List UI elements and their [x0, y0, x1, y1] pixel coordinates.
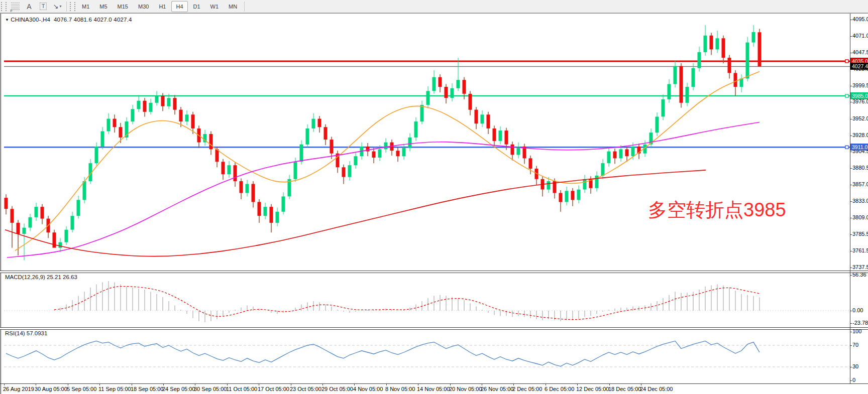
- time-tick-label: 4 Nov 05:00: [353, 386, 383, 392]
- price-tick-label: 3833.0: [852, 198, 868, 204]
- time-tick: [577, 383, 578, 385]
- fibonacci-icon: F: [11, 3, 20, 10]
- time-tick: [546, 383, 546, 385]
- timeframe-button-m15[interactable]: M15: [113, 1, 133, 12]
- timeframe-button-w1[interactable]: W1: [206, 1, 224, 12]
- time-tick: [513, 383, 514, 385]
- timeframe-button-m1[interactable]: M1: [77, 1, 94, 12]
- text-label-tool-button[interactable]: T: [36, 1, 50, 12]
- rsi-tick: [850, 367, 852, 367]
- price-tick: [850, 268, 852, 268]
- time-tick: [386, 383, 387, 385]
- support-line-3911-handle[interactable]: [845, 146, 848, 149]
- time-tick: [609, 383, 610, 385]
- timeframe-button-m30[interactable]: M30: [134, 1, 153, 12]
- ma-mid-magenta[interactable]: [7, 122, 759, 258]
- panel-separator[interactable]: [0, 271, 868, 273]
- price-tick-label: 4095.0: [852, 16, 868, 22]
- symbol-ohlc-label: ▼CHINA300-,H4 4076.7 4081.6 4027.0 4027.…: [5, 17, 132, 23]
- timeframe-button-m5[interactable]: M5: [95, 1, 112, 12]
- toolbar-separator: [244, 2, 245, 12]
- time-tick-label: 2 Dec 05:00: [512, 386, 542, 392]
- time-tick-label: 14 Nov 05:00: [417, 386, 450, 392]
- timeframe-button-h4[interactable]: H4: [171, 1, 187, 12]
- time-tick: [163, 383, 164, 385]
- time-tick-label: 24 Dec 05:00: [640, 386, 673, 392]
- toolbar-drag-handle[interactable]: [70, 2, 75, 11]
- rsi-tick-label: 0: [852, 377, 855, 383]
- timeframe-button-h1[interactable]: H1: [154, 1, 170, 12]
- price-tick: [850, 36, 852, 37]
- price-tick-label: 3761.5: [852, 247, 868, 253]
- time-tick-label: 17 Oct 05:00: [258, 386, 289, 392]
- rsi-panel-plot[interactable]: [4, 329, 850, 383]
- timeframe-button-mn[interactable]: MN: [224, 1, 242, 12]
- price-tick-label: 3737.5: [852, 264, 868, 270]
- chevron-down-icon: ▾: [59, 4, 61, 9]
- time-tick: [36, 383, 36, 385]
- text-label-icon: T: [40, 3, 47, 10]
- candles-up: [23, 32, 755, 248]
- macd-tick-label: 56.36: [852, 272, 866, 278]
- toolbar: F A T ↘ ▾ M1M5M15M30H1H4D1W1MN: [0, 0, 868, 13]
- rsi-tick: [850, 380, 852, 381]
- price-tick: [850, 152, 852, 152]
- time-tick: [291, 383, 291, 385]
- main-chart-plot[interactable]: [4, 15, 850, 271]
- time-tick-label: 5 Sep 05:00: [67, 386, 96, 392]
- time-tick-label: 30 Sep 05:00: [194, 386, 227, 392]
- time-tick: [259, 383, 259, 385]
- price-tick-label: 3809.0: [852, 214, 868, 220]
- chart-annotation-text[interactable]: 多空转折点3985: [648, 197, 786, 223]
- price-tick-label: 3857.0: [852, 181, 868, 187]
- symbol-name: CHINA300-,H4: [11, 17, 50, 23]
- time-tick: [4, 383, 5, 385]
- time-tick-label: 30 Aug 05:00: [35, 386, 67, 392]
- arrows-icon: ↘: [53, 3, 59, 10]
- timeframe-button-d1[interactable]: D1: [189, 1, 205, 12]
- time-tick: [99, 383, 100, 385]
- time-tick: [132, 383, 132, 385]
- macd-label: MACD(12,26,9) 25.21 26.63: [5, 274, 77, 280]
- rsi-tick: [850, 345, 852, 346]
- time-tick-label: 11 Oct 05:00: [226, 386, 257, 392]
- price-tick: [850, 119, 852, 119]
- fibonacci-tool-button[interactable]: F: [8, 1, 22, 12]
- price-tick-label: 4047.5: [852, 49, 868, 55]
- price-tick: [850, 234, 852, 235]
- time-tick-label: 8 Nov 05:00: [385, 386, 415, 392]
- rsi-tick-label: 30: [852, 363, 858, 369]
- price-tick-label: 3999.5: [852, 82, 868, 88]
- panel-separator[interactable]: [0, 327, 868, 330]
- macd-tick: [850, 275, 852, 276]
- macd-panel-plot[interactable]: [4, 272, 850, 327]
- arrows-tool-button[interactable]: ↘ ▾: [50, 1, 64, 12]
- toolbar-drag-handle[interactable]: [1, 2, 7, 11]
- time-tick: [418, 383, 418, 385]
- rsi-label: RSI(14) 57.0931: [5, 330, 47, 336]
- time-tick-label: 11 Sep 05:00: [98, 386, 131, 392]
- resistance-line-handle[interactable]: [845, 60, 848, 63]
- time-tick-label: 24 Sep 05:00: [162, 386, 195, 392]
- macd-tick: [850, 311, 852, 311]
- text-tool-icon: A: [27, 3, 31, 11]
- time-axis-border: [0, 383, 868, 384]
- time-tick-label: 29 Oct 05:00: [321, 386, 353, 392]
- price-tick: [850, 86, 852, 86]
- macd-tick: [850, 323, 852, 324]
- time-tick: [322, 383, 323, 385]
- collapse-triangle-icon[interactable]: ▼: [5, 18, 9, 22]
- macd-signal-line: [54, 287, 759, 320]
- rsi-tick-label: 70: [852, 342, 858, 348]
- time-tick-label: 6 Dec 05:00: [545, 386, 574, 392]
- text-tool-button[interactable]: A: [22, 1, 36, 12]
- time-tick-label: 12 Dec 05:00: [576, 386, 609, 392]
- pivot-line-3985-handle[interactable]: [845, 94, 848, 97]
- ma-fast-orange[interactable]: [15, 72, 759, 251]
- price-tick: [850, 251, 852, 251]
- price-tick-label: 3928.0: [852, 132, 868, 138]
- mt4-window: F A T ↘ ▾ M1M5M15M30H1H4D1W1MN ▼CHINA300…: [0, 0, 868, 394]
- macd-histogram: [54, 281, 759, 322]
- ma-slow-red[interactable]: [5, 170, 706, 256]
- time-tick: [354, 383, 355, 385]
